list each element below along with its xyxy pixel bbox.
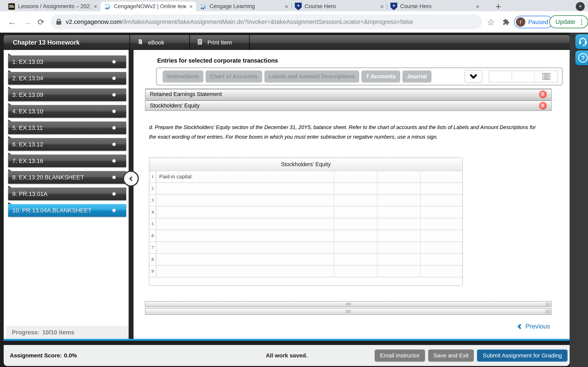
- sidebar-item[interactable]: 6. EX.13.12: [8, 138, 126, 151]
- worksheet-cell-amount[interactable]: [421, 171, 462, 182]
- lock-icon: [56, 21, 61, 25]
- statement-panel-bar[interactable]: Retained Earnings StatementX: [145, 89, 552, 100]
- worksheet-cell-amount[interactable]: [378, 266, 421, 277]
- browser-tab[interactable]: ★Course Hero×: [292, 2, 387, 11]
- sidebar-item-label: 7. EX.13.16: [8, 155, 126, 167]
- coursehero-favicon: ★: [295, 3, 302, 10]
- tab-close-icon[interactable]: ×: [380, 3, 384, 9]
- tab-title: Cengage Learning: [209, 3, 282, 9]
- worksheet-cell-amount[interactable]: [334, 171, 378, 182]
- worksheet-cell-amount[interactable]: [334, 195, 378, 206]
- worksheet-cell-amount[interactable]: [334, 266, 378, 277]
- worksheet-cell-description[interactable]: [156, 254, 334, 265]
- forward-button[interactable]: →: [23, 17, 31, 27]
- bookmark-star-icon[interactable]: ☆: [487, 17, 495, 27]
- worksheet-cell-amount[interactable]: [421, 183, 462, 194]
- submit-assignment-button[interactable]: Submit Assignment for Grading: [477, 350, 568, 362]
- worksheet-cell-amount[interactable]: [378, 207, 421, 218]
- worksheet-cell-amount[interactable]: [421, 195, 462, 206]
- chrome-update-button[interactable]: Update ⋮: [549, 15, 588, 28]
- worksheet-cell-amount[interactable]: [378, 195, 421, 206]
- help-button[interactable]: ?: [575, 50, 588, 65]
- worksheet-cell-description[interactable]: [156, 230, 334, 242]
- worksheet-cell-amount[interactable]: [421, 266, 462, 277]
- sidebar-item[interactable]: 2. EX.13.04: [8, 72, 126, 85]
- toolbar-tab-labels-and-amount-descriptions[interactable]: Labels and Amount Descriptions: [264, 71, 359, 82]
- worksheet-cell-amount[interactable]: [334, 230, 378, 242]
- worksheet-cell-amount[interactable]: [421, 207, 462, 218]
- sidebar-collapse-button[interactable]: [123, 171, 139, 187]
- extensions-puzzle-icon[interactable]: [502, 18, 510, 26]
- status-dot-icon: [112, 77, 116, 80]
- sidebar-item[interactable]: 5. EX.13.11: [8, 122, 126, 134]
- worksheet-row: 7: [149, 242, 462, 254]
- email-instructor-button[interactable]: Email Instructor: [375, 350, 425, 362]
- sidebar-item[interactable]: 3. EX.13.09: [8, 89, 126, 101]
- browser-tab[interactable]: Cengage Learning×: [196, 2, 292, 11]
- worksheet-cell-amount[interactable]: [334, 207, 378, 218]
- toolbar-tab-t-accounts[interactable]: T Accounts: [361, 71, 400, 82]
- tab-close-icon[interactable]: ×: [189, 3, 193, 9]
- kebab-menu-icon[interactable]: ⋮: [579, 18, 585, 25]
- sidebar-item[interactable]: 9. PR.13.01A: [8, 188, 126, 200]
- item-dropdown-button[interactable]: [465, 70, 482, 83]
- worksheet-cell-amount[interactable]: [378, 218, 421, 230]
- tab-search-chevron-icon[interactable]: ▼: [576, 2, 585, 11]
- toolbar-tab-journal[interactable]: Journal: [402, 71, 432, 82]
- back-button[interactable]: ←: [8, 17, 16, 27]
- statement-panel-bar[interactable]: Stockholders’ EquityX: [145, 100, 552, 111]
- previous-label: Previous: [525, 323, 550, 330]
- view-option-cell[interactable]: [512, 71, 535, 82]
- worksheet-cell-description[interactable]: [156, 195, 334, 206]
- sidebar-item[interactable]: 10. PR.13.04A.BLANKSHEET: [8, 204, 126, 217]
- worksheet-cell-amount[interactable]: [421, 254, 462, 265]
- sidebar-item[interactable]: 4. EX.13.10: [8, 105, 126, 118]
- tab-close-icon[interactable]: ×: [285, 3, 288, 9]
- ebook-button[interactable]: eBook: [130, 35, 189, 50]
- toolbar-tab-instructions[interactable]: Instructions: [163, 71, 203, 82]
- browser-tab[interactable]: ★Course Hero×: [387, 2, 483, 11]
- worksheet-cell-amount[interactable]: [378, 242, 421, 253]
- worksheet-cell-amount[interactable]: [378, 230, 421, 242]
- worksheet-cell-amount[interactable]: [421, 218, 462, 230]
- browser-tab[interactable]: CengageNOWv2 | Online teach×: [100, 2, 196, 11]
- worksheet-cell-amount[interactable]: [378, 183, 421, 194]
- tab-close-icon[interactable]: ×: [94, 3, 97, 9]
- worksheet-cell-amount[interactable]: [378, 254, 421, 265]
- worksheet-cell-description[interactable]: [156, 183, 334, 194]
- worksheet-cell-amount[interactable]: [378, 171, 421, 182]
- browser-tab[interactable]: BbLessons / Assignments – 2021S×: [5, 2, 100, 11]
- worksheet-cell-amount[interactable]: [334, 254, 378, 265]
- worksheet-cell-description[interactable]: [156, 242, 334, 253]
- panel-close-button[interactable]: X: [539, 102, 547, 109]
- worksheet-cell-amount[interactable]: [334, 218, 378, 230]
- support-headset-button[interactable]: [575, 34, 588, 49]
- toolbar-tab-chart-of-accounts[interactable]: Chart of Accounts: [206, 71, 262, 82]
- list-view-button[interactable]: [535, 71, 558, 82]
- view-option-cell[interactable]: [489, 71, 512, 82]
- sidebar-item-label: 3. EX.13.09: [8, 89, 126, 101]
- reload-button[interactable]: ⟳: [38, 17, 44, 27]
- worksheet-cell-description[interactable]: [156, 266, 334, 277]
- url-input[interactable]: v2.cengagenow.com/ilrn/takeAssignment/ta…: [51, 15, 482, 29]
- worksheet-cell-description[interactable]: [156, 218, 334, 230]
- question-mark-icon: ?: [578, 53, 588, 63]
- worksheet-cell-description[interactable]: Paid-in capital:: [156, 171, 334, 182]
- resize-bar[interactable]: [145, 301, 552, 307]
- print-item-button[interactable]: Print Item: [190, 35, 249, 50]
- resize-bar[interactable]: [145, 308, 552, 315]
- worksheet-cell-amount[interactable]: [421, 242, 462, 253]
- worksheet-cell-amount[interactable]: [334, 242, 378, 253]
- worksheet-cell-amount[interactable]: [334, 183, 378, 194]
- save-and-exit-button[interactable]: Save and Exit: [428, 350, 474, 362]
- previous-link[interactable]: Previous: [518, 323, 550, 330]
- tab-close-icon[interactable]: ×: [476, 3, 479, 9]
- panel-close-button[interactable]: X: [539, 90, 547, 98]
- sidebar-item[interactable]: 7. EX.13.16: [8, 155, 126, 167]
- new-tab-button[interactable]: +: [496, 2, 501, 11]
- sidebar-item[interactable]: 8. EX.13.20.BLANKSHEET: [8, 171, 126, 184]
- sidebar-item[interactable]: 1. EX.13.03: [8, 55, 126, 68]
- worksheet-cell-description[interactable]: [156, 207, 334, 218]
- profile-chip[interactable]: r Paused: [514, 16, 553, 28]
- worksheet-cell-amount[interactable]: [421, 230, 462, 242]
